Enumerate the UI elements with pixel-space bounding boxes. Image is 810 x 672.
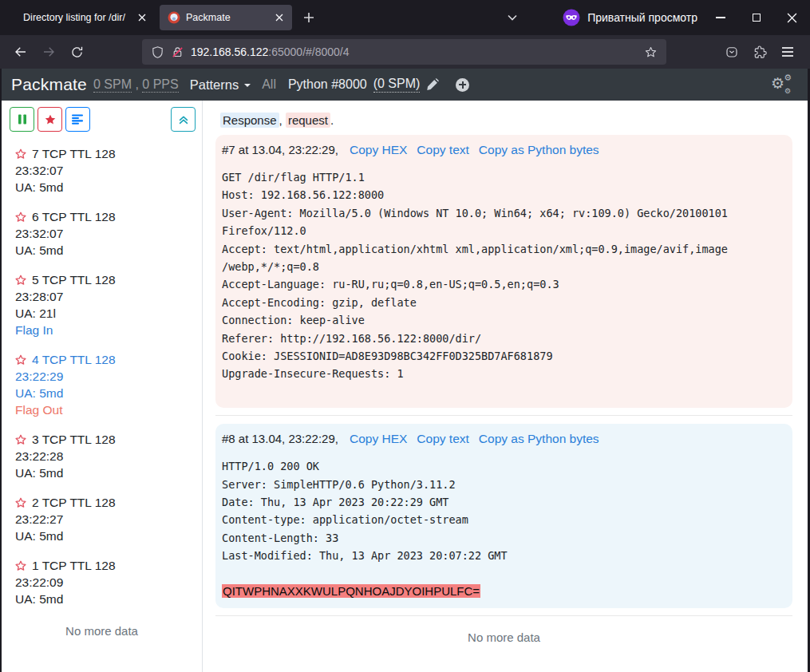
patterns-label: Patterns bbox=[190, 77, 239, 93]
star-outline-icon[interactable] bbox=[14, 274, 27, 287]
copy-action-link[interactable]: Copy as Python bytes bbox=[479, 143, 599, 157]
stream-title-row: 1 TCP TTL 128 bbox=[14, 557, 202, 574]
stream-title-row: 4 TCP TTL 128 bbox=[14, 351, 202, 368]
puzzle-icon bbox=[753, 45, 767, 59]
scroll-to-top-button[interactable] bbox=[171, 107, 196, 132]
gear-small-icon: ⚙ bbox=[784, 73, 792, 82]
url-bar[interactable]: 192.168.56.122:65000/#/8000/4 bbox=[142, 39, 666, 65]
tracking-shield-icon[interactable] bbox=[151, 45, 164, 59]
stream-user-agent: UA: 5md bbox=[15, 591, 202, 607]
browser-tab[interactable]: Packmate bbox=[160, 5, 292, 30]
new-tab-button[interactable] bbox=[297, 6, 321, 30]
chevrons-up-icon bbox=[177, 113, 190, 126]
align-left-icon bbox=[72, 114, 84, 125]
view-list-button[interactable] bbox=[65, 107, 90, 132]
packet-body: GET /dir/flag HTTP/1.1Host: 192.168.56.1… bbox=[222, 168, 786, 401]
copy-action-link[interactable]: Copy text bbox=[417, 432, 468, 446]
stats-separator: , bbox=[132, 77, 142, 91]
browser-tab[interactable]: Directory listing for /dir/ bbox=[6, 5, 155, 30]
tab-title: Packmate bbox=[186, 12, 271, 23]
gear-icon: ⚙ bbox=[771, 76, 784, 91]
stream-user-agent: UA: 5md bbox=[15, 179, 202, 196]
packet-line: Referer: http://192.168.56.122:8000/dir/ bbox=[222, 330, 786, 347]
star-outline-icon[interactable] bbox=[14, 354, 27, 366]
copy-action-link[interactable]: Copy text bbox=[417, 143, 468, 157]
stream-time: 23:32:07 bbox=[15, 162, 202, 179]
copy-action-link[interactable]: Copy HEX bbox=[350, 432, 407, 446]
tab-close-icon bbox=[275, 14, 283, 22]
back-arrow-icon bbox=[14, 45, 28, 59]
packet-header: #7 at 13.04, 23:22:29,Copy HEXCopy textC… bbox=[222, 143, 786, 157]
capture-service[interactable]: Python #8000 (0 SPM) bbox=[288, 77, 439, 93]
add-service-button[interactable] bbox=[456, 78, 469, 92]
stream-item[interactable]: 1 TCP TTL 12823:22:09UA: 5md bbox=[14, 557, 202, 607]
legend-sep: , bbox=[279, 113, 286, 127]
stream-item[interactable]: 5 TCP TTL 12823:28:07UA: 21lFlag In bbox=[14, 271, 202, 338]
direction-legend: Response, request. bbox=[220, 113, 792, 127]
stream-time: 23:22:09 bbox=[15, 574, 202, 591]
app-brand[interactable]: Packmate bbox=[11, 75, 87, 94]
stream-user-agent: UA: 21l bbox=[15, 305, 202, 322]
star-outline-icon[interactable] bbox=[14, 148, 27, 160]
packet-view: Response, request. #7 at 13.04, 23:22:29… bbox=[203, 101, 808, 672]
packet-line: Cookie: JSESSIONID=AD8E93D98BC342FF0D325… bbox=[222, 347, 786, 365]
stream-title-row: 2 TCP TTL 128 bbox=[14, 494, 202, 511]
url-text[interactable]: 192.168.56.122:65000/#/8000/4 bbox=[191, 45, 350, 58]
stream-item[interactable]: 2 TCP TTL 12823:22:27UA: 5md bbox=[14, 494, 202, 544]
packet-line: Host: 192.168.56.122:8000 bbox=[222, 186, 786, 204]
maximize-button[interactable] bbox=[738, 0, 774, 35]
minimize-button[interactable] bbox=[702, 0, 738, 35]
packet-line: GET /dir/flag HTTP/1.1 bbox=[222, 168, 786, 186]
packet-line: User-Agent: Mozilla/5.0 (Windows NT 10.0… bbox=[222, 204, 786, 222]
stream-item[interactable]: 3 TCP TTL 12823:22:28UA: 5md bbox=[14, 431, 202, 481]
stream-time: 23:28:07 bbox=[15, 288, 202, 305]
stream-item[interactable]: 6 TCP TTL 12823:32:07UA: 5md bbox=[14, 208, 202, 259]
forward-arrow-icon bbox=[41, 45, 56, 59]
bookmark-star-icon[interactable] bbox=[644, 45, 658, 59]
settings-button[interactable]: ⚙ ⚙ ⚙ bbox=[771, 75, 792, 94]
stream-flag-in[interactable]: Flag In bbox=[15, 322, 202, 338]
reload-button[interactable] bbox=[64, 39, 89, 65]
stream-flag-out[interactable]: Flag Out bbox=[15, 401, 202, 418]
pocket-icon bbox=[725, 45, 739, 59]
copy-action-link[interactable]: Copy as Python bytes bbox=[479, 432, 599, 446]
window-controls bbox=[702, 0, 810, 35]
stream-title: 6 TCP TTL 128 bbox=[32, 208, 116, 225]
pause-button[interactable] bbox=[10, 107, 34, 132]
stream-item[interactable]: 7 TCP TTL 12823:32:07UA: 5md bbox=[14, 145, 202, 196]
pocket-button[interactable] bbox=[719, 39, 745, 65]
stream-title: 2 TCP TTL 128 bbox=[32, 494, 116, 511]
packet-id: #8 at 13.04, 23:22:29, bbox=[222, 432, 338, 445]
packet-line: Connection: keep-alive bbox=[222, 311, 786, 329]
star-outline-icon[interactable] bbox=[14, 433, 27, 446]
edit-capture-button[interactable] bbox=[426, 78, 439, 91]
tab-close-button[interactable] bbox=[134, 10, 150, 26]
star-outline-icon[interactable] bbox=[14, 559, 27, 572]
packet-line bbox=[222, 565, 786, 583]
menu-button[interactable] bbox=[775, 39, 800, 65]
copy-action-link[interactable]: Copy HEX bbox=[350, 143, 407, 157]
star-outline-icon[interactable] bbox=[14, 496, 27, 509]
capture-name: Python #8000 bbox=[288, 77, 367, 92]
favorites-filter-button[interactable] bbox=[38, 107, 62, 132]
page: Packmate 0 SPM , 0 PPS Patterns All Pyth… bbox=[2, 69, 808, 672]
star-filled-icon bbox=[44, 113, 57, 126]
stream-title-row: 7 TCP TTL 128 bbox=[14, 145, 202, 162]
legend-end: . bbox=[330, 113, 334, 127]
stream-user-agent: UA: 5md bbox=[15, 385, 202, 401]
insecure-lock-icon[interactable] bbox=[171, 45, 184, 59]
packet-line-highlight: QITWPHNAXXKWULPQNHOAJDYOIHPULFC= bbox=[222, 583, 786, 600]
extensions-button[interactable] bbox=[747, 39, 772, 65]
patterns-dropdown[interactable]: Patterns bbox=[190, 77, 251, 93]
back-button[interactable] bbox=[8, 39, 34, 65]
main-no-more-data: No more data bbox=[215, 630, 792, 644]
star-outline-icon[interactable] bbox=[14, 211, 27, 223]
filter-all[interactable]: All bbox=[262, 77, 276, 92]
legend-request: request bbox=[286, 113, 330, 128]
tab-close-button[interactable] bbox=[271, 10, 287, 26]
stream-title: 4 TCP TTL 128 bbox=[32, 351, 116, 368]
forward-button[interactable] bbox=[36, 39, 61, 65]
close-window-button[interactable] bbox=[774, 0, 810, 35]
stream-item[interactable]: 4 TCP TTL 12823:22:29UA: 5mdFlag Out bbox=[14, 351, 202, 418]
list-all-tabs-button[interactable] bbox=[501, 6, 524, 29]
